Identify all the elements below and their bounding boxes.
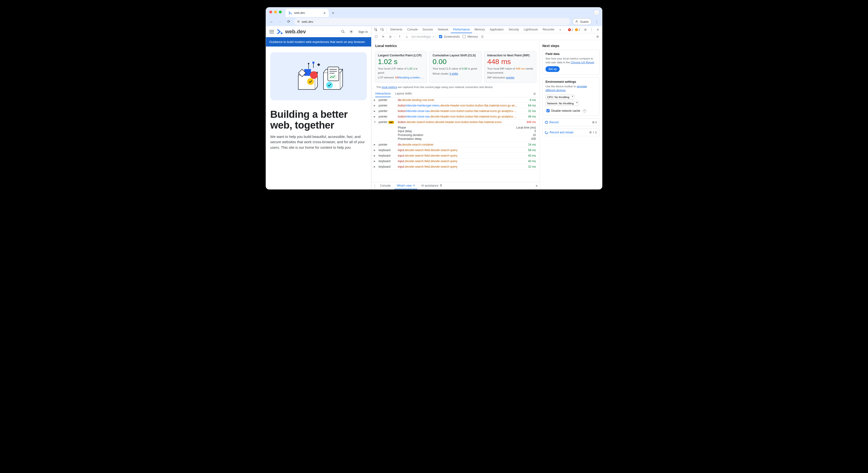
site-settings-icon[interactable]: ⚙: [297, 20, 300, 23]
help-icon[interactable]: ?: [583, 109, 586, 113]
theme-toggle-icon[interactable]: [349, 29, 354, 34]
interaction-row[interactable]: ▶pointerdiv.devsite-search-container24 m…: [371, 142, 540, 148]
address-bar[interactable]: ⚙ web.dev: [294, 18, 570, 25]
interaction-row[interactable]: ▶keyboardinput.devsite-search-field.devs…: [371, 148, 540, 153]
inp-interaction-link[interactable]: pointer: [506, 76, 514, 79]
devtools-tab-memory[interactable]: Memory: [472, 26, 487, 33]
devtools-tab-sources[interactable]: Sources: [420, 26, 435, 33]
drawer-menu-icon[interactable]: ⋮: [373, 184, 376, 187]
disclosure-triangle-icon[interactable]: ▶: [374, 149, 376, 151]
forward-button[interactable]: →: [277, 19, 283, 25]
tab-title: web.dev: [294, 11, 305, 14]
interaction-row[interactable]: ▶pointerbutton#devsite-close-nav.devsite…: [371, 109, 540, 114]
interactions-tab[interactable]: Interactions: [375, 92, 391, 97]
layout-shifts-tab[interactable]: Layout shifts: [395, 92, 412, 97]
drawer-console-tab[interactable]: Console: [378, 182, 393, 189]
network-throttling-select[interactable]: Network: No throttling: [546, 101, 579, 106]
devtools-menu-icon[interactable]: ⋮: [589, 27, 594, 33]
interaction-row[interactable]: ▼pointerINPbutton.devsite-search-button.…: [371, 119, 540, 125]
interaction-row[interactable]: ▶keyboardinput.devsite-search-field.devs…: [371, 158, 540, 164]
close-drawer-icon[interactable]: ✕: [535, 184, 538, 187]
svg-line-4: [344, 32, 345, 33]
screenshots-checkbox[interactable]: Screenshots: [438, 34, 460, 39]
devtools-panel: ElementsConsoleSourcesNetworkPerformance…: [371, 26, 602, 189]
devtools-tab-lighthouse[interactable]: Lighthouse: [521, 26, 540, 33]
lcp-title: Largest Contentful Paint (LCP): [378, 54, 424, 57]
disclosure-triangle-icon[interactable]: ▶: [374, 115, 376, 118]
browser-tab[interactable]: web.dev ✕: [286, 9, 329, 17]
recordings-dropdown[interactable]: (no recordings): [411, 35, 431, 38]
drawer-whatsnew-tab[interactable]: What's new✕: [395, 182, 417, 189]
upload-profile-icon[interactable]: ⭱: [397, 34, 402, 39]
disclosure-triangle-icon[interactable]: ▶: [374, 104, 376, 107]
setup-button[interactable]: Set up: [546, 66, 560, 72]
devtools-tab-recorder[interactable]: Recorder: [540, 26, 557, 33]
drawer-ai-tab[interactable]: AI assistance ⚗: [419, 182, 444, 189]
local-metrics-link[interactable]: local metrics: [382, 86, 397, 89]
new-tab-button[interactable]: ＋: [330, 9, 336, 16]
disclosure-triangle-icon[interactable]: ▶: [374, 99, 376, 101]
memory-checkbox[interactable]: Memory: [462, 34, 478, 39]
devtools-tab-console[interactable]: Console: [405, 26, 420, 33]
cpu-throttling-select[interactable]: CPU: No throttling: [546, 95, 575, 99]
devtools-tab-application[interactable]: Application: [487, 26, 506, 33]
cls-value: 0.00: [433, 58, 478, 65]
event-type: pointer: [379, 143, 395, 146]
tabs-overflow-button[interactable]: ⌄: [594, 10, 599, 15]
reload-record-button[interactable]: ⟳: [380, 34, 386, 39]
clear-button[interactable]: ⊘: [388, 34, 393, 39]
interaction-row[interactable]: ▶pointerdiv.devsite-landing-row-inner8 m…: [371, 97, 540, 103]
search-icon[interactable]: [340, 29, 346, 34]
close-window-icon[interactable]: [269, 10, 272, 13]
minimize-window-icon[interactable]: [274, 10, 277, 13]
crux-link[interactable]: Chrome UX Report: [571, 61, 594, 64]
back-button[interactable]: ←: [268, 19, 275, 25]
record-reload-action[interactable]: Record and reload ⌘ ⇧ E: [542, 128, 600, 136]
svg-line-12: [350, 33, 350, 33]
perf-settings-icon[interactable]: ⚙: [595, 34, 600, 39]
reload-button[interactable]: ⟳: [286, 19, 292, 25]
interaction-row[interactable]: ▶pointerbutton#devsite-close-nav.devsite…: [371, 114, 540, 119]
rendered-page: web.dev Sign in Guidance to build modern…: [266, 26, 371, 189]
disclosure-triangle-icon[interactable]: ▼: [374, 121, 376, 123]
cls-shifts-link[interactable]: 3 shifts: [450, 72, 458, 75]
download-profile-icon[interactable]: ⭳: [404, 34, 409, 39]
error-badge[interactable]: ✕2: [568, 28, 573, 31]
clear-log-icon[interactable]: ⊘: [533, 92, 536, 97]
interaction-row[interactable]: ▶keyboardinput.devsite-search-field.devs…: [371, 153, 540, 158]
devtools-tab-network[interactable]: Network: [435, 26, 451, 33]
close-tab-icon[interactable]: ✕: [323, 11, 326, 15]
disclosure-triangle-icon[interactable]: ▶: [374, 143, 376, 146]
record-action[interactable]: Record ⌘ E: [542, 118, 600, 126]
record-shortcut: ⌘ E: [592, 121, 597, 124]
disable-cache-checkbox[interactable]: Disable network cache ?: [546, 109, 596, 113]
hamburger-menu-button[interactable]: [269, 30, 274, 33]
interaction-row[interactable]: ▶keyboardinput.devsite-search-field.devs…: [371, 164, 540, 170]
svg-point-3: [342, 30, 344, 32]
event-type: pointer: [379, 98, 395, 102]
signin-link[interactable]: Sign in: [358, 30, 368, 34]
more-tabs-icon[interactable]: »: [557, 27, 563, 33]
site-brand[interactable]: web.dev: [277, 29, 306, 35]
gc-icon[interactable]: [480, 34, 485, 39]
close-devtools-icon[interactable]: ✕: [595, 27, 601, 33]
devtools-tab-elements[interactable]: Elements: [388, 26, 405, 33]
disclosure-triangle-icon[interactable]: ▶: [374, 154, 376, 157]
disclosure-triangle-icon[interactable]: ▶: [374, 160, 376, 162]
duration: 40 ms: [522, 154, 536, 157]
browser-menu-button[interactable]: ⋮: [594, 20, 600, 24]
disclosure-triangle-icon[interactable]: ▶: [374, 166, 376, 168]
record-button[interactable]: [373, 34, 379, 39]
device-toolbar-icon[interactable]: [379, 27, 385, 33]
target-selector: input.devsite-search-field.devsite-searc…: [398, 154, 519, 157]
settings-icon[interactable]: ⚙: [582, 27, 588, 33]
devtools-tab-security[interactable]: Security: [506, 26, 521, 33]
profile-button[interactable]: Guest: [572, 18, 592, 25]
interaction-row[interactable]: ▶pointerbutton#devsite-hamburger-menu.de…: [371, 103, 540, 109]
svg-point-5: [350, 31, 352, 32]
maximize-window-icon[interactable]: [279, 10, 282, 13]
inspect-element-icon[interactable]: [373, 27, 379, 33]
disclosure-triangle-icon[interactable]: ▶: [374, 110, 376, 112]
devtools-tab-performance[interactable]: Performance: [451, 26, 472, 33]
warning-badge[interactable]: !2: [575, 28, 580, 31]
